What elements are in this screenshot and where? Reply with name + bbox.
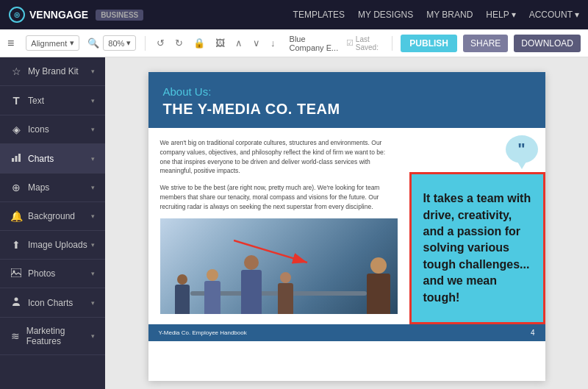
photos-chevron-icon xyxy=(91,270,95,277)
sidebar-label-text: Text xyxy=(28,96,44,106)
highlight-box: It takes a team with drive, creativity, … xyxy=(409,172,545,324)
text-icon: T xyxy=(10,94,22,107)
icon-charts-chevron-icon xyxy=(91,299,95,307)
doc-paragraph-1: We aren't big on traditional corporate c… xyxy=(160,138,398,176)
help-chevron-icon: ▾ xyxy=(512,10,516,20)
svg-rect-0 xyxy=(12,158,14,162)
alignment-select[interactable]: Alignment ▾ xyxy=(26,35,79,51)
search-icon[interactable]: 🔍 xyxy=(85,35,101,51)
quote-bubble-area: " xyxy=(409,128,545,171)
brand-kit-chevron-icon xyxy=(91,68,95,75)
zoom-select[interactable]: 80% ▾ xyxy=(103,35,136,51)
icons-chevron-icon xyxy=(91,126,95,133)
filename: Blue Company E... xyxy=(290,35,340,52)
sidebar-item-marketing-features[interactable]: ≋ Marketing Features xyxy=(0,318,105,355)
sidebar-item-image-uploads[interactable]: ⬆ Image Uploads xyxy=(0,231,105,260)
doc-header: About Us: THE Y-MEDIA CO. TEAM xyxy=(148,72,545,128)
main-layout: ☆ My Brand Kit T Text ◈ Icons xyxy=(0,57,588,389)
toolbar: ≡ Alignment ▾ 🔍 80% ▾ ↺ ↻ 🔒 🖼 ∧ ∨ ↓ Blue… xyxy=(0,29,588,57)
svg-rect-2 xyxy=(18,154,21,162)
nav-account[interactable]: ACCOUNT ▾ xyxy=(529,10,579,20)
alignment-chevron-icon: ▾ xyxy=(70,38,74,48)
nav-templates[interactable]: TEMPLATES xyxy=(293,10,345,20)
publish-button[interactable]: PUBLISH xyxy=(401,35,457,52)
doc-page-number: 4 xyxy=(531,329,535,337)
delete-icon[interactable]: ↓ xyxy=(268,35,278,51)
sidebar-label-my-brand-kit: My Brand Kit xyxy=(28,66,79,76)
image-uploads-chevron-icon xyxy=(91,241,95,249)
share-button[interactable]: SHARE xyxy=(463,35,508,52)
logo-text: VENNGAGE xyxy=(29,9,88,21)
toolbar-divider-2 xyxy=(392,36,392,51)
sidebar-item-charts[interactable]: Charts xyxy=(0,144,105,174)
svg-rect-3 xyxy=(11,268,21,277)
last-saved-label: Last Saved: xyxy=(356,35,383,51)
document[interactable]: About Us: THE Y-MEDIA CO. TEAM We aren't… xyxy=(148,72,545,381)
sidebar-label-marketing: Marketing Features xyxy=(26,326,91,346)
sidebar-label-icons: Icons xyxy=(28,124,49,135)
svg-point-5 xyxy=(15,298,18,301)
background-icon: 🔔 xyxy=(10,210,22,222)
doc-subtitle: About Us: xyxy=(163,85,531,98)
lock-icon[interactable]: 🔒 xyxy=(191,35,207,51)
sidebar-label-charts: Charts xyxy=(28,154,54,164)
top-nav-left: ◎ VENNGAGE BUSINESS xyxy=(9,7,143,23)
sidebar-item-background[interactable]: 🔔 Background xyxy=(0,202,105,231)
icons-icon: ◈ xyxy=(10,124,22,135)
charts-icon xyxy=(10,152,22,165)
sidebar-label-image-uploads: Image Uploads xyxy=(28,240,87,250)
up-icon[interactable]: ∧ xyxy=(233,35,245,51)
sidebar-label-icon-charts: Icon Charts xyxy=(28,298,73,308)
sidebar-label-photos: Photos xyxy=(28,268,55,279)
down-icon[interactable]: ∨ xyxy=(251,35,262,51)
sidebar-item-my-brand-kit[interactable]: ☆ My Brand Kit xyxy=(0,57,105,86)
marketing-icon: ≋ xyxy=(10,330,21,342)
svg-rect-1 xyxy=(15,156,18,162)
canvas-area[interactable]: About Us: THE Y-MEDIA CO. TEAM We aren't… xyxy=(105,57,588,389)
logo-icon: ◎ xyxy=(9,7,25,23)
business-badge: BUSINESS xyxy=(96,10,143,21)
image-uploads-icon: ⬆ xyxy=(10,239,22,251)
sidebar-item-photos[interactable]: Photos xyxy=(0,260,105,288)
doc-left-col: We aren't big on traditional corporate c… xyxy=(148,128,409,324)
sidebar-item-icons[interactable]: ◈ Icons xyxy=(0,115,105,144)
text-chevron-icon xyxy=(91,97,95,104)
star-icon: ☆ xyxy=(10,65,22,77)
photos-icon xyxy=(10,268,22,279)
doc-meeting-image xyxy=(160,218,398,314)
sidebar: ☆ My Brand Kit T Text ◈ Icons xyxy=(0,57,105,389)
image-icon[interactable]: 🖼 xyxy=(213,35,227,51)
top-nav: ◎ VENNGAGE BUSINESS TEMPLATES MY DESIGNS… xyxy=(0,0,588,29)
top-nav-right: TEMPLATES MY DESIGNS MY BRAND HELP ▾ ACC… xyxy=(293,10,579,20)
nav-my-brand[interactable]: MY BRAND xyxy=(426,10,473,20)
maps-icon: ⊕ xyxy=(10,182,22,193)
sidebar-label-maps: Maps xyxy=(28,182,49,193)
sidebar-label-background: Background xyxy=(28,211,75,221)
quote-mark: " xyxy=(517,141,525,157)
charts-chevron-icon xyxy=(91,155,95,163)
quote-bubble: " xyxy=(506,135,538,163)
background-chevron-icon xyxy=(91,213,95,220)
hamburger-icon[interactable]: ≡ xyxy=(7,37,14,50)
sidebar-item-icon-charts[interactable]: Icon Charts xyxy=(0,288,105,318)
maps-chevron-icon xyxy=(91,184,95,191)
redo-icon[interactable]: ↻ xyxy=(173,35,185,51)
sidebar-item-maps[interactable]: ⊕ Maps xyxy=(0,174,105,202)
highlight-text: It takes a team with drive, creativity, … xyxy=(423,190,531,306)
download-button[interactable]: DOWNLOAD xyxy=(514,35,581,52)
marketing-chevron-icon xyxy=(91,332,95,340)
nav-help[interactable]: HELP ▾ xyxy=(486,10,515,20)
sidebar-item-text[interactable]: T Text xyxy=(0,86,105,115)
icon-charts-icon xyxy=(10,296,22,309)
doc-footer: Y-Media Co. Employee Handbook 4 xyxy=(148,324,545,341)
doc-right-col: " It takes a team with drive, creativity… xyxy=(409,128,545,324)
doc-title: THE Y-MEDIA CO. TEAM xyxy=(163,101,531,118)
nav-my-designs[interactable]: MY DESIGNS xyxy=(358,10,413,20)
zoom-chevron-icon: ▾ xyxy=(126,38,131,48)
venngage-logo[interactable]: ◎ VENNGAGE xyxy=(9,7,88,23)
doc-paragraph-2: We strive to be the best (are right now,… xyxy=(160,183,398,211)
doc-footer-text: Y-Media Co. Employee Handbook xyxy=(159,329,247,336)
undo-icon[interactable]: ↺ xyxy=(154,35,167,51)
toolbar-divider-1 xyxy=(145,36,146,51)
doc-body: We aren't big on traditional corporate c… xyxy=(148,128,545,324)
